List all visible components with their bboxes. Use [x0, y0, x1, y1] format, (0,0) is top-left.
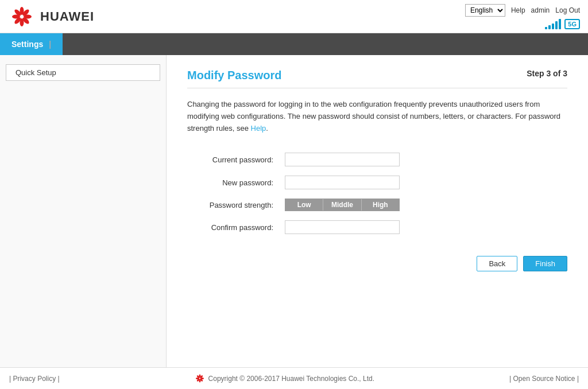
confirm-password-input[interactable]	[285, 220, 400, 234]
button-row: Back Finish	[187, 256, 567, 271]
settings-tab[interactable]: Settings |	[0, 33, 63, 55]
new-password-row: New password:	[187, 171, 567, 194]
footer-copyright: Copyright © 2006-2017 Huawei Technologie…	[208, 375, 374, 383]
sidebar-item-label: Quick Setup	[16, 68, 56, 77]
current-password-label: Current password:	[187, 148, 279, 171]
footer-logo-area: Copyright © 2006-2017 Huawei Technologie…	[195, 374, 374, 383]
confirm-password-label: Confirm password:	[187, 216, 279, 239]
admin-label: admin	[531, 6, 550, 14]
back-button[interactable]: Back	[477, 256, 517, 271]
footer-huawei-logo-icon	[195, 374, 205, 383]
open-source-notice-link[interactable]: | Open Source Notice |	[509, 375, 579, 383]
main-layout: Quick Setup Modify Password Step 3 of 3 …	[0, 55, 588, 367]
strength-high: High	[362, 199, 399, 211]
current-password-input[interactable]	[285, 153, 400, 166]
description-text-1: Changing the password for logging in to …	[187, 100, 560, 133]
settings-tab-label: Settings	[11, 40, 43, 49]
navbar: Settings |	[0, 33, 588, 55]
signal-bar-4	[555, 21, 558, 29]
logout-link[interactable]: Log Out	[555, 6, 580, 14]
strength-low: Low	[285, 199, 323, 211]
current-password-row: Current password:	[187, 148, 567, 171]
footer: | Privacy Policy | Copyright © 2006-2017…	[0, 367, 588, 389]
new-password-input[interactable]	[285, 176, 400, 189]
header: HUAWEI English 中文 Help admin Log Out 5G	[0, 0, 588, 33]
language-select[interactable]: English 中文	[465, 4, 505, 17]
description-text-2: .	[266, 124, 268, 133]
password-strength-label: Password strength:	[187, 194, 279, 216]
new-password-label: New password:	[187, 171, 279, 194]
huawei-logo-icon	[8, 5, 36, 28]
confirm-password-row: Confirm password:	[187, 216, 567, 239]
password-strength-row: Password strength: Low Middle High	[187, 194, 567, 216]
page-title: Modify Password	[187, 69, 281, 82]
signal-bars-icon	[545, 19, 561, 29]
signal-area: 5G	[545, 19, 580, 29]
form-table: Current password: New password: Password…	[187, 148, 567, 239]
sidebar: Quick Setup	[0, 55, 167, 367]
confirm-password-cell	[279, 216, 567, 239]
password-strength-cell: Low Middle High	[279, 194, 567, 216]
description: Changing the password for logging in to …	[187, 99, 567, 134]
logo-area: HUAWEI	[8, 5, 94, 28]
finish-button[interactable]: Finish	[523, 256, 567, 271]
current-password-cell	[279, 148, 567, 171]
content-area: Modify Password Step 3 of 3 Changing the…	[167, 55, 588, 367]
sidebar-item-quick-setup[interactable]: Quick Setup	[6, 64, 160, 81]
content-header: Modify Password Step 3 of 3	[187, 69, 567, 88]
5g-badge: 5G	[564, 19, 580, 29]
step-indicator: Step 3 of 3	[527, 69, 567, 78]
signal-bar-2	[548, 25, 551, 29]
new-password-cell	[279, 171, 567, 194]
help-link[interactable]: Help	[511, 6, 525, 14]
privacy-policy-link[interactable]: | Privacy Policy |	[9, 375, 60, 383]
strength-middle: Middle	[323, 199, 361, 211]
strength-bar: Low Middle High	[285, 199, 400, 211]
header-top-right: English 中文 Help admin Log Out	[465, 4, 580, 17]
header-right: English 中文 Help admin Log Out 5G	[465, 4, 580, 29]
tab-separator: |	[49, 40, 51, 49]
signal-bar-5	[559, 19, 561, 29]
help-link-inline[interactable]: Help	[251, 124, 266, 133]
signal-bar-1	[545, 27, 547, 29]
logo-text: HUAWEI	[40, 9, 94, 24]
signal-bar-3	[552, 24, 554, 29]
